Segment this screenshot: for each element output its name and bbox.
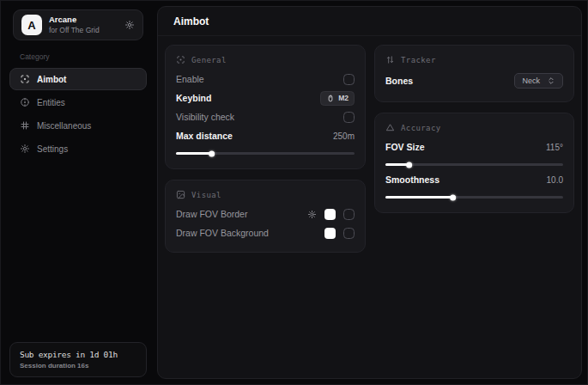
subscription-info: Sub expires in 1d 01h Session duration 1… (9, 342, 147, 377)
sidebar-item-miscellaneous[interactable]: Miscellaneous (9, 114, 147, 137)
slider-thumb[interactable] (406, 162, 412, 168)
sidebar-item-label: Entities (37, 98, 65, 107)
image-icon (176, 190, 185, 199)
smoothness-row: Smoothness 10.0 (385, 170, 563, 189)
enable-row: Enable (176, 70, 355, 89)
keybind-value: M2 (338, 94, 349, 102)
accuracy-card: Accuracy FOV Size 115° Smoothness 10.0 (374, 113, 574, 213)
fov-size-row: FOV Size 115° (385, 138, 563, 156)
max-distance-row: Max distance 250m (176, 126, 355, 145)
crosshair-icon (176, 55, 185, 64)
triangle-icon (385, 123, 395, 132)
fov-border-controls (307, 209, 355, 220)
slider-fill (385, 196, 453, 199)
sidebar-item-label: Aimbot (37, 75, 66, 84)
max-distance-value: 250m (333, 131, 355, 141)
page-title: Aimbot (173, 15, 209, 28)
bones-row: Bones Neck (385, 70, 563, 92)
slider-fill (385, 163, 409, 166)
accuracy-card-title: Accuracy (401, 124, 441, 132)
visual-card-header: Visual (176, 188, 355, 205)
fov-border-row: Draw FOV Border (176, 205, 355, 223)
fov-background-label: Draw FOV Background (176, 228, 269, 238)
category-label: Category (20, 52, 138, 61)
arrows-up-down-icon (385, 55, 395, 64)
gear-icon[interactable] (124, 20, 135, 30)
accuracy-card-header: Accuracy (385, 121, 563, 138)
general-card-header: General (176, 53, 355, 70)
main-header: Aimbot (158, 7, 581, 36)
visibility-check-label: Visibility check (176, 112, 234, 122)
right-column: Tracker Bones Neck (374, 45, 574, 213)
smoothness-label: Smoothness (385, 174, 439, 185)
sidebar-nav: Aimbot Entities Miscella (9, 67, 147, 161)
sidebar: A Arcane for Off The Grid Category (1, 1, 155, 384)
gear-icon[interactable] (307, 210, 317, 219)
fov-size-value: 115° (546, 143, 563, 152)
radar-icon (20, 97, 30, 107)
fov-border-color-swatch[interactable] (324, 209, 336, 220)
session-duration-text: Session duration 16s (20, 362, 136, 370)
tracker-card-title: Tracker (401, 56, 436, 64)
fov-background-controls (324, 228, 355, 239)
left-column: General Enable Keybind (165, 45, 366, 253)
sidebar-item-label: Settings (37, 144, 68, 154)
bones-select[interactable]: Neck (514, 73, 563, 89)
tracker-card-header: Tracker (385, 53, 563, 70)
bones-selected-value: Neck (522, 76, 540, 85)
enable-label: Enable (176, 74, 204, 84)
visibility-check-row: Visibility check (176, 107, 355, 126)
slider-thumb[interactable] (209, 150, 215, 156)
enable-checkbox[interactable] (343, 74, 355, 85)
fov-border-label: Draw FOV Border (176, 209, 247, 219)
app-window: A Arcane for Off The Grid Category (0, 0, 588, 385)
smoothness-value: 10.0 (547, 175, 563, 185)
main-panel: Aimbot General (157, 6, 582, 379)
fov-border-checkbox[interactable] (343, 209, 355, 220)
max-distance-label: Max distance (176, 131, 233, 141)
keybind-row: Keybind M2 (176, 89, 355, 107)
max-distance-slider[interactable] (176, 152, 355, 155)
fov-size-slider[interactable] (385, 163, 563, 166)
bones-label: Bones (385, 76, 413, 86)
sidebar-item-settings[interactable]: Settings (9, 138, 147, 160)
sidebar-item-label: Miscellaneous (37, 121, 91, 131)
general-card-title: General (191, 56, 227, 64)
app-logo: A (21, 15, 42, 35)
gear-icon (20, 144, 30, 154)
general-card: General Enable Keybind (165, 45, 366, 169)
fov-background-checkbox[interactable] (343, 228, 355, 239)
keybind-label: Keybind (176, 93, 211, 103)
sidebar-item-aimbot[interactable]: Aimbot (9, 68, 147, 90)
smoothness-slider[interactable] (385, 196, 563, 199)
fov-background-color-swatch[interactable] (324, 228, 336, 239)
visual-card: Visual Draw FOV Border (165, 180, 366, 253)
visibility-check-checkbox[interactable] (343, 112, 355, 123)
slider-thumb[interactable] (450, 194, 456, 200)
keybind-button[interactable]: M2 (320, 91, 355, 106)
grid-icon (20, 120, 30, 131)
app-title-block: Arcane for Off The Grid (49, 15, 100, 34)
fov-size-label: FOV Size (385, 142, 425, 152)
app-name: Arcane (49, 15, 100, 24)
crosshair-icon (20, 74, 30, 84)
chevrons-up-down-icon (547, 76, 555, 85)
main-content: General Enable Keybind (158, 36, 581, 261)
sub-expiry-text: Sub expires in 1d 01h (20, 350, 136, 359)
slider-fill (176, 152, 212, 155)
app-subtitle: for Off The Grid (49, 27, 100, 34)
visual-card-title: Visual (191, 191, 221, 199)
fov-background-row: Draw FOV Background (176, 223, 355, 242)
app-logo-card: A Arcane for Off The Grid (13, 9, 143, 40)
mouse-icon (326, 95, 335, 102)
sidebar-item-entities[interactable]: Entities (9, 91, 147, 113)
tracker-card: Tracker Bones Neck (374, 45, 574, 102)
